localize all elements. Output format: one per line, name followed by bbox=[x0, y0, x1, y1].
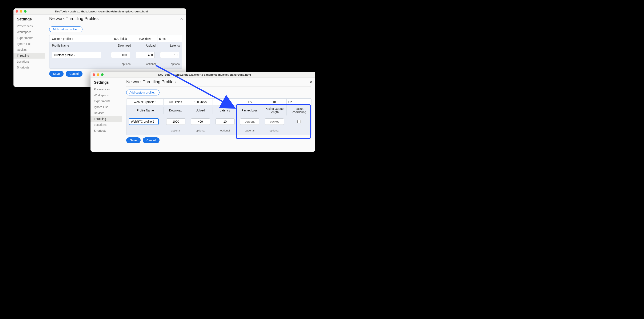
cell-packet-reorder: On bbox=[287, 99, 311, 105]
latency-input[interactable] bbox=[216, 118, 235, 125]
packet-queue-input[interactable] bbox=[265, 118, 284, 125]
table-edit-row bbox=[50, 49, 182, 61]
sidebar-item-devices[interactable]: Devices bbox=[14, 47, 45, 53]
traffic-lights[interactable] bbox=[16, 10, 26, 13]
col-profile-name: Profile Name bbox=[126, 107, 164, 114]
latency-input[interactable] bbox=[160, 52, 179, 58]
col-latency: Latency bbox=[213, 107, 238, 114]
col-packet-queue: Packet Queue Length bbox=[262, 105, 287, 115]
table-header-row: Profile Name Download Upload Latency bbox=[50, 42, 182, 49]
download-input[interactable] bbox=[111, 52, 130, 58]
sidebar-item-shortcuts[interactable]: Shortcuts bbox=[14, 65, 45, 70]
table-row[interactable]: WebRTC profile 1 500 kbit/s 100 kbit/s 5… bbox=[126, 99, 311, 105]
minimize-traffic-icon[interactable] bbox=[97, 73, 99, 76]
close-traffic-icon[interactable] bbox=[16, 10, 18, 13]
sidebar-item-experiments[interactable]: Experiments bbox=[14, 35, 45, 41]
download-input[interactable] bbox=[166, 118, 186, 125]
window-title: DevTools - orphis.github.io/webrtc-sandb… bbox=[105, 73, 313, 76]
traffic-lights[interactable] bbox=[92, 73, 104, 76]
window-titlebar: DevTools - orphis.github.io/webrtc-sandb… bbox=[14, 9, 186, 15]
cell-upload: 100 kbit/s bbox=[133, 35, 158, 42]
cell-download: 500 kbit/s bbox=[108, 35, 133, 42]
table-header-row: Profile Name Download Upload Latency Pac… bbox=[126, 105, 311, 115]
sidebar-item-workspace[interactable]: Workspace bbox=[90, 92, 122, 98]
cell-packet-loss: 1% bbox=[238, 99, 262, 105]
zoom-traffic-icon[interactable] bbox=[24, 10, 26, 13]
col-upload: Upload bbox=[133, 42, 158, 49]
add-custom-profile-button[interactable]: Add custom profile... bbox=[49, 26, 82, 32]
col-packet-reorder: Packet Reordering bbox=[287, 105, 311, 115]
table-row[interactable]: Custom profile 1 500 kbit/s 100 kbit/s 5… bbox=[50, 35, 182, 42]
col-upload: Upload bbox=[188, 107, 213, 114]
optional-hint: optional bbox=[164, 129, 188, 134]
sidebar-item-devices[interactable]: Devices bbox=[90, 110, 122, 116]
table-subtext-row: optional optional optional optional opti… bbox=[126, 128, 311, 135]
close-icon[interactable]: ✕ bbox=[309, 80, 312, 85]
upload-input[interactable] bbox=[136, 52, 155, 58]
col-packet-loss: Packet Loss bbox=[238, 107, 262, 114]
profile-name-input[interactable] bbox=[52, 52, 101, 58]
profile-name-input[interactable] bbox=[129, 118, 158, 125]
sidebar-item-preferences[interactable]: Preferences bbox=[14, 23, 45, 29]
save-button[interactable]: Save bbox=[126, 137, 140, 143]
cell-profile-name: WebRTC profile 1 bbox=[126, 99, 164, 105]
sidebar-item-throttling[interactable]: Throttling bbox=[14, 53, 45, 59]
optional-hint: optional bbox=[213, 129, 238, 134]
optional-hint: optional bbox=[108, 62, 133, 67]
table-subtext-row: optional optional optional bbox=[50, 61, 182, 69]
cell-download: 500 kbit/s bbox=[164, 99, 188, 105]
col-profile-name: Profile Name bbox=[50, 42, 108, 49]
profiles-table: Custom profile 1 500 kbit/s 100 kbit/s 5… bbox=[49, 35, 182, 69]
upload-input[interactable] bbox=[191, 118, 210, 125]
settings-sidebar: Settings Preferences Workspace Experimen… bbox=[90, 78, 122, 152]
window-titlebar: DevTools - orphis.github.io/webrtc-sandb… bbox=[90, 72, 315, 78]
col-latency: Latency bbox=[158, 42, 182, 49]
sidebar-item-locations[interactable]: Locations bbox=[14, 59, 45, 65]
sidebar-item-throttling[interactable]: Throttling bbox=[90, 116, 122, 122]
minimize-traffic-icon[interactable] bbox=[20, 10, 22, 13]
col-download: Download bbox=[164, 107, 188, 114]
optional-hint: optional bbox=[158, 62, 182, 67]
col-download: Download bbox=[108, 42, 133, 49]
sidebar-item-workspace[interactable]: Workspace bbox=[14, 29, 45, 35]
button-row: Save Cancel bbox=[126, 137, 311, 143]
optional-hint: optional bbox=[238, 129, 262, 134]
optional-hint: optional bbox=[188, 129, 213, 134]
packet-reordering-checkbox[interactable] bbox=[298, 120, 301, 123]
sidebar-item-locations[interactable]: Locations bbox=[90, 122, 122, 128]
packet-loss-input[interactable] bbox=[240, 118, 259, 125]
cell-upload: 100 kbit/s bbox=[188, 99, 213, 105]
close-icon[interactable]: ✕ bbox=[180, 17, 183, 21]
settings-heading: Settings bbox=[94, 80, 122, 85]
settings-heading: Settings bbox=[17, 17, 45, 22]
cancel-button[interactable]: Cancel bbox=[143, 137, 160, 143]
page-title: Network Throttling Profiles bbox=[49, 16, 182, 23]
optional-hint: optional bbox=[262, 129, 287, 134]
sidebar-item-preferences[interactable]: Preferences bbox=[90, 86, 122, 92]
sidebar-item-ignore-list[interactable]: Ignore List bbox=[14, 41, 45, 47]
profiles-table: WebRTC profile 1 500 kbit/s 100 kbit/s 5… bbox=[126, 98, 312, 135]
window-title: DevTools - orphis.github.io/webrtc-sandb… bbox=[28, 10, 184, 13]
sidebar-item-experiments[interactable]: Experiments bbox=[90, 98, 122, 104]
optional-hint: optional bbox=[133, 62, 158, 67]
sidebar-item-ignore-list[interactable]: Ignore List bbox=[90, 104, 122, 110]
cancel-button[interactable]: Cancel bbox=[66, 71, 82, 77]
add-custom-profile-button[interactable]: Add custom profile... bbox=[126, 90, 160, 95]
table-edit-row bbox=[126, 115, 311, 128]
close-traffic-icon[interactable] bbox=[92, 73, 95, 76]
cell-profile-name: Custom profile 1 bbox=[50, 35, 108, 42]
zoom-traffic-icon[interactable] bbox=[101, 73, 104, 76]
cell-latency: 5 ms bbox=[158, 35, 182, 42]
sidebar-item-shortcuts[interactable]: Shortcuts bbox=[90, 128, 122, 134]
page-title: Network Throttling Profiles bbox=[126, 79, 311, 87]
settings-sidebar: Settings Preferences Workspace Experimen… bbox=[14, 15, 45, 87]
settings-main-panel: Network Throttling Profiles Add custom p… bbox=[122, 78, 315, 152]
cell-packet-queue: 10 bbox=[262, 99, 287, 105]
save-button[interactable]: Save bbox=[49, 71, 64, 77]
devtools-window-after: DevTools - orphis.github.io/webrtc-sandb… bbox=[90, 72, 315, 152]
cell-latency: 5 ms bbox=[213, 99, 238, 105]
